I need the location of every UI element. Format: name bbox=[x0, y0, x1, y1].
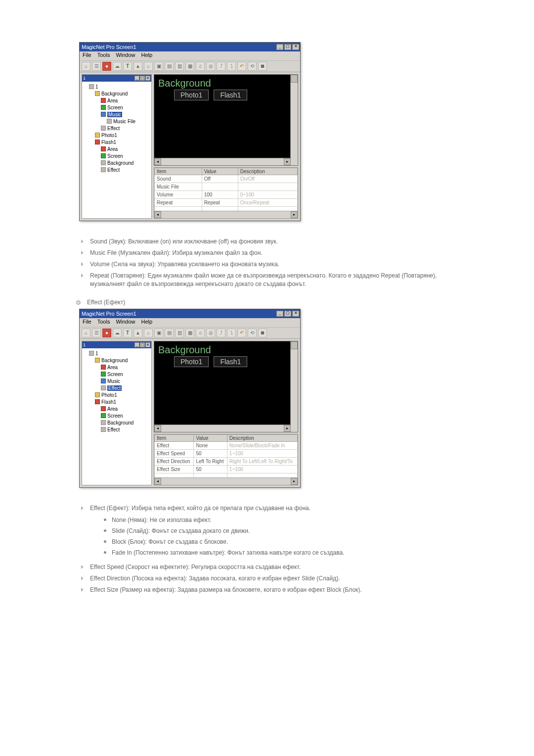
toolbar-icon[interactable]: ☰ bbox=[92, 62, 101, 71]
preview-tab[interactable]: Photo1 bbox=[174, 356, 209, 367]
property-grid[interactable]: Item Value Description Effect None None/… bbox=[154, 434, 298, 485]
toolbar-refresh-icon[interactable]: ⟲ bbox=[248, 329, 257, 337]
grid-row[interactable]: Music File bbox=[155, 183, 298, 191]
tree-item[interactable]: Flash1 bbox=[101, 399, 116, 405]
maximize-icon[interactable]: ▢ bbox=[284, 44, 291, 50]
toolbar-icon[interactable]: ☁ bbox=[113, 329, 122, 337]
horizontal-scrollbar[interactable]: ◂ ▸ bbox=[154, 425, 291, 432]
toolbar-icon[interactable]: ● bbox=[102, 329, 111, 337]
tree-item[interactable]: Area bbox=[107, 98, 118, 103]
toolbar-icon[interactable]: ▥ bbox=[175, 329, 184, 337]
scroll-right-icon[interactable]: ▸ bbox=[291, 211, 298, 218]
preview-tab[interactable]: Flash1 bbox=[214, 90, 247, 100]
preview-tab[interactable]: Photo1 bbox=[174, 90, 209, 100]
menu-file[interactable]: File bbox=[83, 52, 91, 60]
tree-item[interactable]: Screen bbox=[107, 413, 123, 419]
toolbar-icon[interactable]: ▣ bbox=[154, 329, 163, 337]
scroll-left-icon[interactable]: ◂ bbox=[154, 211, 161, 218]
toolbar-text-icon[interactable]: T bbox=[123, 329, 132, 337]
tree-item[interactable]: Effect bbox=[107, 126, 120, 131]
toolbar-music-icon[interactable]: ♫ bbox=[196, 62, 205, 71]
tree-item[interactable]: Music bbox=[107, 378, 120, 384]
tree-item[interactable]: Area bbox=[107, 406, 118, 412]
toolbar-icon[interactable]: ▤ bbox=[165, 329, 174, 337]
scroll-left-icon[interactable]: ◂ bbox=[154, 425, 161, 432]
tree-item[interactable]: Effect bbox=[107, 167, 120, 173]
panel-maximize-icon[interactable]: ▢ bbox=[140, 76, 145, 81]
close-icon[interactable]: ✕ bbox=[292, 311, 299, 317]
horizontal-scrollbar[interactable]: ◂ ▸ bbox=[154, 158, 291, 165]
toolbar-icon[interactable]: ◎ bbox=[206, 62, 215, 71]
vertical-scrollbar[interactable] bbox=[290, 341, 298, 432]
toolbar-icon[interactable]: ▦ bbox=[185, 62, 194, 71]
toolbar-icon[interactable]: ▲ bbox=[134, 62, 142, 71]
tree-item[interactable]: 1 bbox=[95, 351, 98, 356]
close-icon[interactable]: ✕ bbox=[292, 44, 299, 50]
tree-item[interactable]: Background bbox=[107, 420, 134, 425]
tree-item[interactable]: Flash1 bbox=[101, 140, 116, 145]
tree-item[interactable]: Music File bbox=[113, 119, 135, 124]
tree-item[interactable]: Background bbox=[101, 358, 128, 363]
tree-item[interactable]: Photo1 bbox=[101, 392, 117, 398]
toolbar-refresh-icon[interactable]: ⟲ bbox=[248, 62, 257, 71]
menu-file[interactable]: File bbox=[83, 319, 91, 327]
menu-tools[interactable]: Tools bbox=[97, 319, 110, 327]
grid-row[interactable]: Effect None None/Slide/Block/Fade In bbox=[155, 442, 298, 450]
toolbar-icon[interactable]: ⤵ bbox=[227, 329, 236, 337]
grid-row[interactable]: Effect Direction Left To Right Right To … bbox=[155, 458, 298, 466]
toolbar-icon[interactable]: ☰ bbox=[92, 329, 101, 337]
grid-scrollbar[interactable]: ◂ ▸ bbox=[154, 477, 298, 485]
tree[interactable]: 1 Background Area Screen Music Effect bbox=[82, 348, 151, 435]
tree-item[interactable]: 1 bbox=[95, 84, 98, 90]
grid-header[interactable]: Value bbox=[202, 168, 238, 175]
scroll-right-icon[interactable]: ▸ bbox=[291, 478, 298, 485]
tree-item[interactable]: Screen bbox=[107, 105, 123, 110]
grid-header[interactable]: Value bbox=[194, 435, 227, 442]
grid-row[interactable]: Volume 100 0~100 bbox=[155, 191, 298, 199]
toolbar-icon[interactable]: ⌂ bbox=[82, 62, 90, 71]
grid-row[interactable]: Repeat Repeat Once/Repeat bbox=[155, 199, 298, 207]
panel-close-icon[interactable]: ✕ bbox=[145, 76, 150, 81]
tree-item[interactable]: Screen bbox=[107, 153, 123, 159]
grid-header[interactable]: Item bbox=[155, 435, 194, 442]
menu-window[interactable]: Window bbox=[116, 52, 135, 60]
toolbar-icon[interactable]: ⌂ bbox=[144, 62, 153, 71]
panel-close-icon[interactable]: ✕ bbox=[145, 342, 150, 347]
grid-header[interactable]: Description bbox=[238, 168, 297, 175]
toolbar-music-icon[interactable]: ♫ bbox=[196, 329, 205, 337]
tree-item-selected[interactable]: Effect bbox=[107, 385, 122, 391]
grid-row[interactable]: Effect Speed 50 1~100 bbox=[155, 450, 298, 458]
minimize-icon[interactable]: _ bbox=[276, 44, 283, 50]
toolbar-undo-icon[interactable]: ↶ bbox=[237, 62, 246, 71]
maximize-icon[interactable]: ▢ bbox=[284, 311, 291, 317]
tree-item-selected[interactable]: Music bbox=[107, 112, 122, 117]
menu-tools[interactable]: Tools bbox=[97, 52, 110, 60]
tree[interactable]: 1 Background Area Screen Music Music Fil… bbox=[82, 82, 151, 176]
menu-help[interactable]: Help bbox=[141, 319, 153, 327]
toolbar-text-icon[interactable]: T bbox=[123, 62, 132, 71]
scroll-right-icon[interactable]: ▸ bbox=[284, 425, 291, 432]
tree-item[interactable]: Area bbox=[107, 146, 118, 152]
tree-item[interactable]: Background bbox=[107, 160, 134, 166]
tree-item[interactable]: Area bbox=[107, 365, 118, 370]
tree-item[interactable]: Effect bbox=[107, 427, 120, 432]
panel-maximize-icon[interactable]: ▢ bbox=[140, 342, 145, 347]
toolbar-stop-icon[interactable]: ⏹ bbox=[258, 62, 267, 71]
toolbar-icon[interactable]: ⌂ bbox=[82, 329, 90, 337]
scroll-left-icon[interactable]: ◂ bbox=[154, 478, 161, 485]
scroll-left-icon[interactable]: ◂ bbox=[154, 158, 161, 165]
grid-header[interactable]: Item bbox=[155, 168, 202, 175]
toolbar-icon[interactable]: ● bbox=[102, 62, 111, 71]
toolbar-icon[interactable]: ▲ bbox=[134, 329, 142, 337]
vertical-scrollbar[interactable] bbox=[290, 75, 298, 165]
preview-tab[interactable]: Flash1 bbox=[214, 356, 247, 367]
toolbar-icon[interactable]: ⤵ bbox=[227, 62, 236, 71]
toolbar-icon[interactable]: ⤴ bbox=[217, 329, 225, 337]
tree-item[interactable]: Background bbox=[101, 91, 128, 96]
tree-item[interactable]: Photo1 bbox=[101, 133, 117, 138]
toolbar-stop-icon[interactable]: ⏹ bbox=[258, 329, 267, 337]
toolbar-icon[interactable]: ▦ bbox=[185, 329, 194, 337]
minimize-icon[interactable]: _ bbox=[276, 311, 283, 317]
grid-scrollbar[interactable]: ◂ ▸ bbox=[154, 211, 298, 218]
tree-item[interactable]: Screen bbox=[107, 372, 123, 377]
